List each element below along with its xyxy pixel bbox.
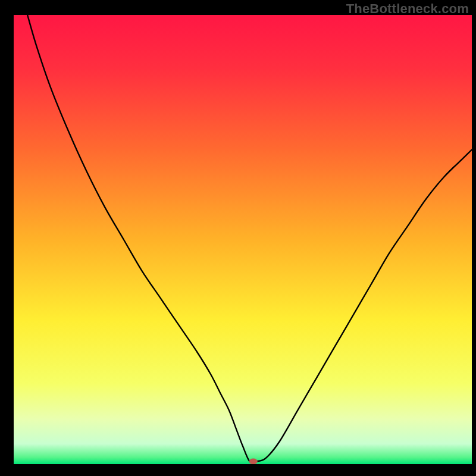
plot-area: [14, 15, 472, 464]
marker-dot: [249, 458, 258, 464]
gradient-background: [14, 15, 472, 464]
chart-frame: TheBottleneck.com: [0, 0, 476, 476]
watermark-text: TheBottleneck.com: [346, 1, 469, 17]
plot-svg: [14, 15, 472, 464]
